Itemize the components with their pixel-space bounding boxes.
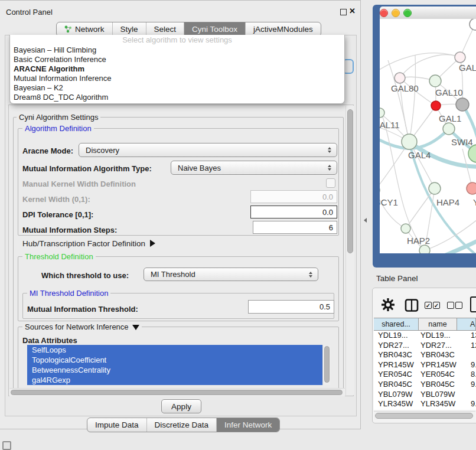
table-cell: YER054C <box>374 370 419 380</box>
data-attributes-label: Data Attributes <box>22 336 77 345</box>
attributes-scrollbar-thumb[interactable] <box>324 346 330 383</box>
column-header-name[interactable]: name <box>419 318 457 330</box>
hub-definition-toggle[interactable]: Hub/Transcription Factor Definition <box>22 239 155 248</box>
split-columns-icon[interactable] <box>404 298 419 315</box>
data-attribute-item[interactable]: TopologicalCoefficient <box>27 355 322 365</box>
group-title: Cyni Algorithm Settings <box>17 113 100 122</box>
split-divider-arrow[interactable] <box>364 218 367 223</box>
settings-h-scrollbar-thumb[interactable] <box>11 390 343 395</box>
float-window-icon[interactable] <box>340 9 347 15</box>
tab-infer-network[interactable]: Infer Network <box>216 418 279 432</box>
data-attribute-item[interactable]: BetweennessCentrality <box>27 365 322 375</box>
mi-threshold-label: Mutual Information Threshold: <box>27 305 138 314</box>
table-h-scrollbar-thumb[interactable] <box>375 413 473 419</box>
table-row[interactable]: YBR045CYBR045C9. <box>374 380 476 390</box>
settings-v-scrollbar[interactable] <box>345 106 354 395</box>
attributes-scrollbar[interactable] <box>322 345 331 385</box>
unchecked-box-icon[interactable] <box>447 302 454 309</box>
mi-algorithm-type-select[interactable]: Naive Bayes <box>171 161 337 175</box>
table-cell: YBL079W <box>374 390 419 400</box>
table-cell: YDR27... <box>374 341 419 351</box>
algorithm-definition-title: Algorithm Definition <box>22 124 94 133</box>
tab-label: Network <box>75 25 105 34</box>
algorithm-option[interactable]: Dream8 DC_TDC Algorithm <box>10 93 344 102</box>
aracne-mode-select[interactable]: Discovery <box>79 143 337 157</box>
table-cell: YBR043C <box>419 350 457 360</box>
network-node[interactable] <box>431 101 441 110</box>
close-icon[interactable]: ✕ <box>349 6 356 15</box>
table-row[interactable]: YBL079WYBL079W <box>374 390 476 400</box>
table-row[interactable]: YBR043CYBR043C <box>374 350 476 360</box>
network-node[interactable] <box>443 123 455 135</box>
table-cell: 8. <box>457 370 476 380</box>
cyni-bottom-tabs: Impute Data Discretize Data Infer Networ… <box>87 418 280 432</box>
algorithm-option[interactable]: ARACNE Algorithm <box>10 64 344 74</box>
tab-impute-data[interactable]: Impute Data <box>87 418 146 432</box>
table-row[interactable]: YDR27...YDR27...12 <box>374 341 476 351</box>
checked-box-icon[interactable]: ✓ <box>425 302 432 309</box>
kernel-width-label: Kernel Width (0,1): <box>22 195 90 204</box>
close-traffic-light[interactable] <box>380 9 388 17</box>
panel-title: Control Panel <box>6 8 53 17</box>
network-node[interactable] <box>419 245 430 253</box>
network-node[interactable] <box>429 75 441 87</box>
which-threshold-value: MI Threshold <box>151 270 195 279</box>
table-row[interactable]: YPR145WYPR145W9. <box>374 360 476 370</box>
zoom-traffic-light[interactable] <box>403 9 412 17</box>
gear-icon[interactable] <box>382 298 395 313</box>
table-panel-title: Table Panel <box>376 274 418 283</box>
mi-steps-input[interactable]: 6 <box>253 221 337 234</box>
tab-cyni-toolbox[interactable]: Cyni Toolbox <box>184 22 245 36</box>
which-threshold-select[interactable]: MI Threshold <box>144 268 318 281</box>
which-threshold-label: Which threshold to use: <box>41 271 129 280</box>
mi-threshold-input[interactable]: 0.5 <box>248 300 334 314</box>
kernel-width-value: 0.0 <box>322 193 333 201</box>
checked-box-icon[interactable]: ✓ <box>433 302 440 309</box>
minimize-traffic-light[interactable] <box>392 9 400 17</box>
tab-discretize-data[interactable]: Discretize Data <box>146 418 217 432</box>
column-header-partial[interactable]: A <box>457 318 476 330</box>
table-row[interactable]: YIL052CYIL052C9 <box>374 409 476 410</box>
algorithm-option[interactable]: Basic Correlation Inference <box>10 55 344 64</box>
tab-select[interactable]: Select <box>146 22 184 36</box>
network-node-label: GAL4 <box>408 150 431 160</box>
settings-h-scrollbar[interactable] <box>9 388 345 396</box>
network-canvas[interactable]: GAL7GAL80GAL10GAL1GAL11SWI4GAL4GCY1HAP4Y… <box>380 19 476 253</box>
mi-algorithm-type-value: Naive Bayes <box>178 164 221 172</box>
table-row[interactable]: YLR345WYLR345W9. <box>374 399 476 409</box>
dock-panel-icon[interactable] <box>2 441 11 450</box>
network-node[interactable] <box>470 19 476 30</box>
table-cell: YDL19... <box>419 331 457 341</box>
kernel-width-input[interactable]: 0.0 <box>250 190 337 203</box>
tab-network[interactable]: Network <box>57 22 112 36</box>
table-row[interactable]: YER054CYER054C8. <box>374 370 476 380</box>
algorithm-option[interactable]: Mutual Information Inference <box>10 74 344 83</box>
column-header-shared-name[interactable]: shared... <box>374 318 419 330</box>
apply-button[interactable]: Apply <box>161 399 201 413</box>
unchecked-box-icon[interactable] <box>455 302 462 309</box>
network-node[interactable] <box>467 182 476 194</box>
settings-v-scrollbar-thumb[interactable] <box>347 109 353 253</box>
network-node[interactable] <box>429 182 441 194</box>
algorithm-option[interactable]: Bayesian – Hill Climbing <box>10 45 344 55</box>
network-node[interactable] <box>395 73 405 83</box>
table-h-scrollbar[interactable] <box>374 411 475 420</box>
network-node[interactable] <box>402 134 417 149</box>
threshold-definition-title: Threshold Definition <box>22 252 96 261</box>
network-node[interactable] <box>455 52 465 63</box>
tab-style[interactable]: Style <box>112 22 146 36</box>
table-cell <box>457 350 476 360</box>
tab-jactivemnodules[interactable]: jActiveMNodules <box>245 22 321 36</box>
data-attribute-item[interactable]: gal4RGexp <box>27 375 322 385</box>
algorithm-option[interactable]: Bayesian – K2 <box>10 83 344 93</box>
sources-toggle[interactable]: Sources for Network Inference <box>22 322 142 331</box>
table-cell: YBR045C <box>419 380 457 390</box>
network-node-label: GAL80 <box>391 83 419 93</box>
network-node[interactable] <box>456 98 469 111</box>
data-attribute-item[interactable]: SelfLoops <box>27 345 322 355</box>
network-node[interactable] <box>401 224 410 233</box>
table-row[interactable]: YDL19...YDL19...13 <box>374 331 476 341</box>
page-icon[interactable] <box>470 296 476 312</box>
dpi-tolerance-input[interactable]: 0.0 <box>250 206 337 219</box>
manual-kernel-width-checkbox[interactable] <box>326 178 335 188</box>
